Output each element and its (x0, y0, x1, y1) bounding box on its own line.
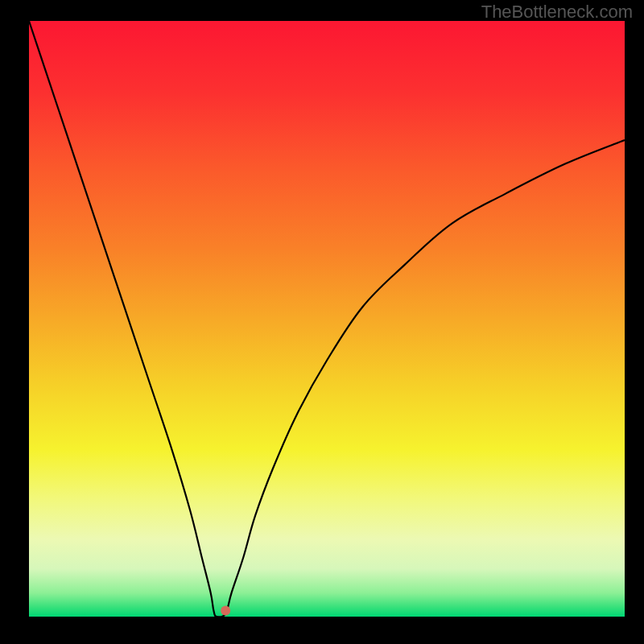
chart-svg (0, 0, 644, 644)
chart-frame: TheBottleneck.com (0, 0, 644, 644)
optimal-point-marker (221, 606, 230, 616)
plot-background (29, 21, 625, 617)
watermark-text: TheBottleneck.com (481, 2, 633, 23)
